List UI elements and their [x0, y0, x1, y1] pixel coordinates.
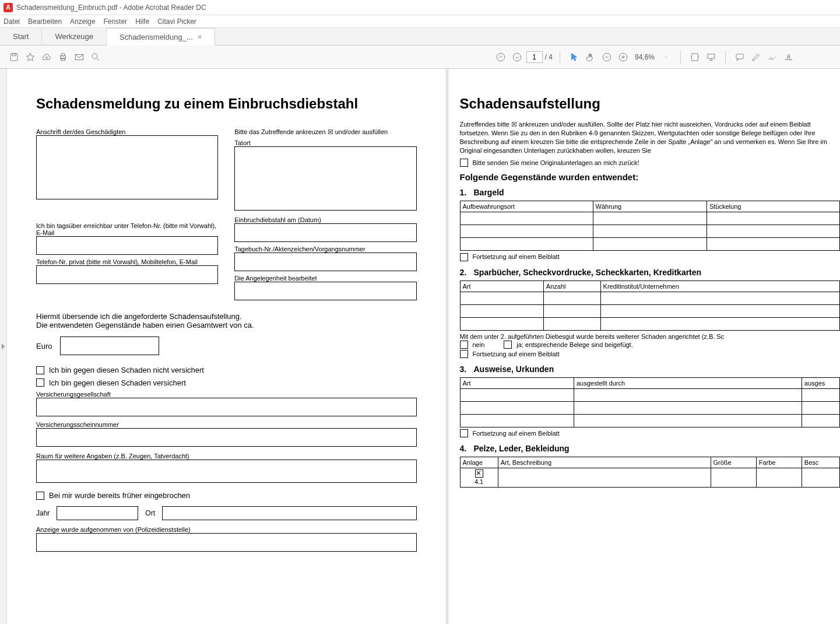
page-current-input[interactable]	[526, 51, 543, 63]
svg-point-6	[92, 54, 97, 59]
ort-field[interactable]	[162, 506, 416, 520]
tatort-field[interactable]	[234, 146, 416, 211]
page-up-icon[interactable]	[494, 50, 508, 64]
page2-title: Schadensaufstellung	[460, 96, 841, 112]
svg-rect-0	[10, 54, 17, 61]
s2-question: Mit dem unter 2. aufgeführten Diebesgut …	[460, 333, 841, 340]
app-icon: A	[3, 3, 13, 12]
date-label: Einbruchdiebstahl am (Datum)	[234, 216, 416, 223]
menu-bar: Datei Bearbeiten Anzeige Fenster Hilfe C…	[0, 15, 840, 28]
anzeige-field[interactable]	[36, 533, 417, 552]
akt-label: Tagebuch-Nr./Aktenzeichen/Vorgangsnummer	[234, 246, 416, 253]
svg-point-8	[513, 53, 521, 61]
cb-return-originals[interactable]	[460, 159, 468, 167]
stamp-icon[interactable]	[782, 50, 796, 64]
mail-icon[interactable]	[72, 50, 86, 64]
pdf-page-1: NRW 2435 Schadensmeldung zu einem Einbru…	[7, 69, 446, 624]
main-toolbar: / 4 94,6%	[0, 45, 840, 69]
cb-cont-3[interactable]	[460, 429, 468, 437]
side-panel-toggle[interactable]	[0, 69, 7, 624]
fit-page-icon[interactable]	[704, 50, 718, 64]
jahr-label: Jahr	[36, 509, 50, 517]
cb-insured[interactable]	[36, 378, 44, 387]
page-title: Schadensmeldung zu einem Einbruchsdiebst…	[36, 96, 417, 112]
cb-cont-1[interactable]	[460, 253, 468, 261]
cb-before[interactable]	[36, 492, 44, 500]
cb-nein[interactable]	[460, 341, 468, 349]
bearbeitet-field[interactable]	[234, 282, 416, 300]
hand-icon[interactable]	[584, 50, 598, 64]
anzeige-label: Anzeige wurde aufgenommen von (Polizeidi…	[36, 526, 417, 533]
jahr-field[interactable]	[57, 506, 138, 520]
menu-citavi[interactable]: Citavi Picker	[157, 17, 196, 26]
zoom-out-icon[interactable]	[600, 50, 614, 64]
svg-rect-3	[61, 54, 65, 56]
comment-icon[interactable]	[733, 50, 747, 64]
vers-nr-field[interactable]	[36, 428, 417, 447]
intro-text-2: Die entwendeten Gegenstände haben einen …	[36, 321, 417, 329]
tel-day-label: Ich bin tagsüber erreichbar unter Telefo…	[36, 222, 218, 236]
table-row	[460, 304, 840, 317]
menu-window[interactable]: Fenster	[103, 17, 127, 26]
akt-field[interactable]	[234, 253, 416, 271]
signature-icon[interactable]	[765, 50, 779, 64]
tab-document[interactable]: Schadensmeldung_...×	[107, 28, 215, 45]
intro-text-1: Hiermit übersende ich die angeforderte S…	[36, 312, 417, 321]
zoom-in-icon[interactable]	[616, 50, 630, 64]
table-row	[460, 388, 840, 401]
cb-cont-2[interactable]	[460, 350, 468, 358]
addr-field[interactable]	[36, 135, 218, 199]
euro-label: Euro	[36, 342, 52, 350]
zoom-level[interactable]: 94,6%	[635, 53, 655, 61]
chevron-down-icon[interactable]	[659, 50, 673, 64]
addr-label: Anschrift der/des Geschädigten	[36, 128, 218, 135]
tab-tools[interactable]: Werkzeuge	[42, 28, 107, 45]
svg-rect-11	[692, 54, 698, 61]
menu-file[interactable]: Datei	[3, 17, 20, 26]
pen-icon[interactable]	[749, 50, 763, 64]
vers-nr-label: Versicherungsscheinnummer	[36, 421, 417, 428]
search-icon[interactable]	[89, 50, 103, 64]
table-row: 4.1	[460, 468, 840, 487]
fill-hint: Bitte das Zutreffende ankreuzen ☒ und/od…	[234, 128, 416, 136]
window-title: Schadensmeldung_Einbruch.pdf - Adobe Acr…	[16, 3, 206, 12]
instructions: Zutreffendes bitte ☒ ankreuzen und/oder …	[460, 120, 841, 155]
menu-view[interactable]: Anzeige	[70, 17, 95, 26]
raum-label: Raum für weitere Angaben (z.B. Zeugen, T…	[36, 453, 417, 460]
table-bargeld: AufbewahrungsortWährungStückelung	[460, 201, 841, 251]
cb-anlage-41[interactable]	[475, 469, 483, 478]
table-sparbuecher: ArtAnzahlKreditinstitut/Unternehmen	[460, 281, 841, 331]
page-down-icon[interactable]	[510, 50, 524, 64]
vers-ges-label: Versicherungsgesellschaft	[36, 391, 417, 398]
tel-priv-field[interactable]	[36, 265, 218, 284]
print-icon[interactable]	[56, 50, 70, 64]
vers-ges-field[interactable]	[36, 398, 417, 416]
table-row	[460, 212, 840, 225]
euro-field[interactable]	[60, 336, 159, 355]
pointer-icon[interactable]	[567, 50, 581, 64]
page-indicator: / 4	[526, 51, 553, 63]
menu-edit[interactable]: Bearbeiten	[28, 17, 62, 26]
page-total: / 4	[545, 53, 553, 61]
pdf-page-2: NRW 2435 Schadensaufstellung Zutreffende…	[448, 69, 841, 624]
cb-ja[interactable]	[504, 341, 512, 349]
document-viewport: NRW 2435 Schadensmeldung zu einem Einbru…	[0, 69, 840, 624]
raum-field[interactable]	[36, 460, 417, 483]
cloud-icon[interactable]	[40, 50, 54, 64]
save-icon[interactable]	[7, 50, 21, 64]
tel-day-field[interactable]	[36, 236, 218, 255]
star-icon[interactable]	[23, 50, 37, 64]
tab-bar: Start Werkzeuge Schadensmeldung_...×	[0, 28, 840, 45]
table-pelze: AnlageArt, BeschreibungGrößeFarbeBesc 4.…	[460, 457, 841, 488]
ort-label: Ort	[145, 509, 155, 517]
cb-not-insured[interactable]	[36, 366, 44, 374]
svg-rect-12	[708, 54, 715, 58]
svg-point-7	[497, 53, 505, 61]
tab-start[interactable]: Start	[0, 28, 42, 45]
close-icon[interactable]: ×	[198, 33, 202, 41]
menu-help[interactable]: Hilfe	[135, 17, 149, 26]
date-field[interactable]	[234, 223, 416, 242]
table-row	[460, 292, 840, 304]
tatort-label: Tatort	[234, 139, 416, 146]
fit-width-icon[interactable]	[688, 50, 702, 64]
